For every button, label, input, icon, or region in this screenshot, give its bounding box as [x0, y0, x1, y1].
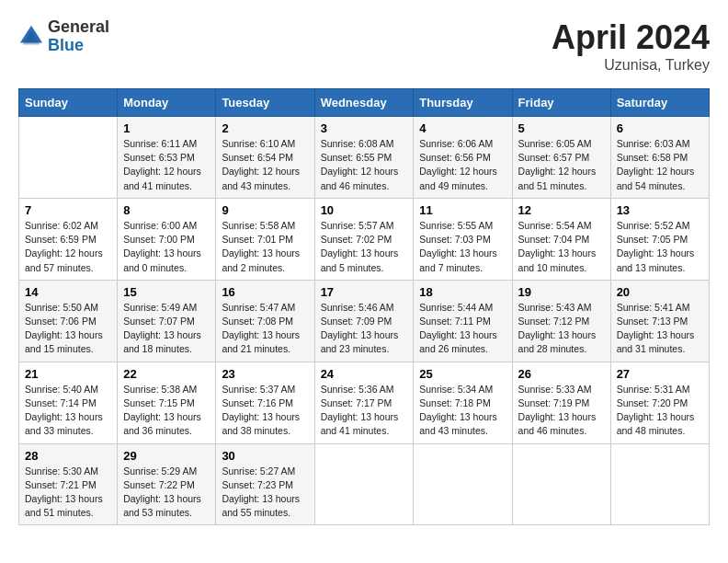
weekday-header: Friday	[512, 89, 610, 117]
weekday-header-row: SundayMondayTuesdayWednesdayThursdayFrid…	[19, 89, 710, 117]
day-number: 10	[321, 203, 408, 217]
title-block: April 2024 Uzunisa, Turkey	[552, 18, 710, 74]
calendar-cell	[19, 117, 118, 199]
calendar-cell: 21Sunrise: 5:40 AMSunset: 7:14 PMDayligh…	[19, 362, 118, 443]
calendar-cell: 24Sunrise: 5:36 AMSunset: 7:17 PMDayligh…	[314, 362, 414, 443]
day-info: Sunrise: 6:08 AMSunset: 6:55 PMDaylight:…	[321, 137, 408, 193]
calendar-cell: 8Sunrise: 6:00 AMSunset: 7:00 PMDaylight…	[118, 198, 216, 280]
location-subtitle: Uzunisa, Turkey	[552, 57, 710, 74]
day-number: 29	[123, 449, 210, 463]
day-info: Sunrise: 5:36 AMSunset: 7:17 PMDaylight:…	[321, 383, 408, 439]
day-number: 16	[222, 285, 308, 299]
day-number: 5	[518, 121, 605, 135]
day-info: Sunrise: 6:10 AMSunset: 6:54 PMDaylight:…	[222, 137, 308, 193]
day-number: 9	[222, 203, 308, 217]
calendar-week-row: 14Sunrise: 5:50 AMSunset: 7:06 PMDayligh…	[19, 280, 710, 362]
day-number: 4	[419, 121, 506, 135]
day-info: Sunrise: 5:47 AMSunset: 7:08 PMDaylight:…	[222, 301, 308, 357]
calendar-week-row: 21Sunrise: 5:40 AMSunset: 7:14 PMDayligh…	[19, 362, 710, 443]
calendar-cell: 13Sunrise: 5:52 AMSunset: 7:05 PMDayligh…	[610, 198, 709, 280]
calendar-cell: 18Sunrise: 5:44 AMSunset: 7:11 PMDayligh…	[414, 280, 512, 362]
day-number: 8	[123, 203, 210, 217]
calendar-cell	[314, 443, 414, 525]
day-number: 12	[518, 203, 605, 217]
day-number: 25	[419, 367, 506, 381]
calendar-cell: 17Sunrise: 5:46 AMSunset: 7:09 PMDayligh…	[314, 280, 414, 362]
day-info: Sunrise: 5:58 AMSunset: 7:01 PMDaylight:…	[222, 219, 308, 275]
weekday-header: Sunday	[19, 89, 118, 117]
day-number: 2	[222, 121, 308, 135]
day-number: 3	[321, 121, 408, 135]
day-info: Sunrise: 5:41 AMSunset: 7:13 PMDaylight:…	[617, 301, 703, 357]
day-info: Sunrise: 5:27 AMSunset: 7:23 PMDaylight:…	[222, 465, 308, 521]
calendar-cell: 7Sunrise: 6:02 AMSunset: 6:59 PMDaylight…	[19, 198, 118, 280]
day-info: Sunrise: 5:43 AMSunset: 7:12 PMDaylight:…	[518, 301, 605, 357]
day-info: Sunrise: 5:33 AMSunset: 7:19 PMDaylight:…	[518, 383, 605, 439]
calendar-cell: 2Sunrise: 6:10 AMSunset: 6:54 PMDaylight…	[216, 117, 314, 199]
weekday-header: Tuesday	[216, 89, 314, 117]
weekday-header: Monday	[118, 89, 216, 117]
calendar-cell: 28Sunrise: 5:30 AMSunset: 7:21 PMDayligh…	[19, 443, 118, 525]
day-info: Sunrise: 5:57 AMSunset: 7:02 PMDaylight:…	[321, 219, 408, 275]
calendar-cell	[512, 443, 610, 525]
calendar-cell: 9Sunrise: 5:58 AMSunset: 7:01 PMDaylight…	[216, 198, 314, 280]
day-number: 28	[25, 449, 111, 463]
calendar-cell: 6Sunrise: 6:03 AMSunset: 6:58 PMDaylight…	[610, 117, 709, 199]
day-info: Sunrise: 5:46 AMSunset: 7:09 PMDaylight:…	[321, 301, 408, 357]
calendar-table: SundayMondayTuesdayWednesdayThursdayFrid…	[18, 88, 710, 525]
day-info: Sunrise: 5:54 AMSunset: 7:04 PMDaylight:…	[518, 219, 605, 275]
day-number: 19	[518, 285, 605, 299]
calendar-cell: 25Sunrise: 5:34 AMSunset: 7:18 PMDayligh…	[414, 362, 512, 443]
calendar-cell: 12Sunrise: 5:54 AMSunset: 7:04 PMDayligh…	[512, 198, 610, 280]
logo-blue: Blue	[48, 37, 109, 55]
day-info: Sunrise: 5:40 AMSunset: 7:14 PMDaylight:…	[25, 383, 111, 439]
logo-general: General	[48, 18, 109, 37]
day-info: Sunrise: 6:06 AMSunset: 6:56 PMDaylight:…	[419, 137, 506, 193]
day-number: 1	[123, 121, 210, 135]
calendar-cell: 20Sunrise: 5:41 AMSunset: 7:13 PMDayligh…	[610, 280, 709, 362]
calendar-cell: 22Sunrise: 5:38 AMSunset: 7:15 PMDayligh…	[118, 362, 216, 443]
day-number: 15	[123, 285, 210, 299]
day-number: 24	[321, 367, 408, 381]
calendar-cell: 16Sunrise: 5:47 AMSunset: 7:08 PMDayligh…	[216, 280, 314, 362]
day-number: 27	[617, 367, 703, 381]
main-title: April 2024	[552, 18, 710, 57]
calendar-cell: 27Sunrise: 5:31 AMSunset: 7:20 PMDayligh…	[610, 362, 709, 443]
calendar-week-row: 28Sunrise: 5:30 AMSunset: 7:21 PMDayligh…	[19, 443, 710, 525]
day-number: 13	[617, 203, 703, 217]
day-info: Sunrise: 5:30 AMSunset: 7:21 PMDaylight:…	[25, 465, 111, 521]
day-info: Sunrise: 5:44 AMSunset: 7:11 PMDaylight:…	[419, 301, 506, 357]
calendar-cell: 19Sunrise: 5:43 AMSunset: 7:12 PMDayligh…	[512, 280, 610, 362]
logo-icon	[18, 24, 44, 50]
day-info: Sunrise: 5:38 AMSunset: 7:15 PMDaylight:…	[123, 383, 210, 439]
calendar-cell: 3Sunrise: 6:08 AMSunset: 6:55 PMDaylight…	[314, 117, 414, 199]
day-number: 23	[222, 367, 308, 381]
logo: General Blue	[18, 18, 109, 55]
day-info: Sunrise: 5:29 AMSunset: 7:22 PMDaylight:…	[123, 465, 210, 521]
calendar-cell: 29Sunrise: 5:29 AMSunset: 7:22 PMDayligh…	[118, 443, 216, 525]
day-number: 18	[419, 285, 506, 299]
page-header: General Blue April 2024 Uzunisa, Turkey	[18, 18, 710, 74]
day-number: 30	[222, 449, 308, 463]
weekday-header: Wednesday	[314, 89, 414, 117]
calendar-cell: 1Sunrise: 6:11 AMSunset: 6:53 PMDaylight…	[118, 117, 216, 199]
calendar-cell: 23Sunrise: 5:37 AMSunset: 7:16 PMDayligh…	[216, 362, 314, 443]
day-info: Sunrise: 5:37 AMSunset: 7:16 PMDaylight:…	[222, 383, 308, 439]
day-info: Sunrise: 5:52 AMSunset: 7:05 PMDaylight:…	[617, 219, 703, 275]
calendar-cell: 14Sunrise: 5:50 AMSunset: 7:06 PMDayligh…	[19, 280, 118, 362]
day-number: 7	[25, 203, 111, 217]
day-info: Sunrise: 6:02 AMSunset: 6:59 PMDaylight:…	[25, 219, 111, 275]
day-info: Sunrise: 5:49 AMSunset: 7:07 PMDaylight:…	[123, 301, 210, 357]
calendar-cell: 26Sunrise: 5:33 AMSunset: 7:19 PMDayligh…	[512, 362, 610, 443]
day-number: 22	[123, 367, 210, 381]
day-info: Sunrise: 6:03 AMSunset: 6:58 PMDaylight:…	[617, 137, 703, 193]
day-number: 17	[321, 285, 408, 299]
day-info: Sunrise: 6:05 AMSunset: 6:57 PMDaylight:…	[518, 137, 605, 193]
calendar-cell: 4Sunrise: 6:06 AMSunset: 6:56 PMDaylight…	[414, 117, 512, 199]
day-info: Sunrise: 5:31 AMSunset: 7:20 PMDaylight:…	[617, 383, 703, 439]
day-number: 11	[419, 203, 506, 217]
calendar-week-row: 7Sunrise: 6:02 AMSunset: 6:59 PMDaylight…	[19, 198, 710, 280]
weekday-header: Thursday	[414, 89, 512, 117]
logo-text: General Blue	[48, 18, 109, 55]
calendar-cell: 15Sunrise: 5:49 AMSunset: 7:07 PMDayligh…	[118, 280, 216, 362]
